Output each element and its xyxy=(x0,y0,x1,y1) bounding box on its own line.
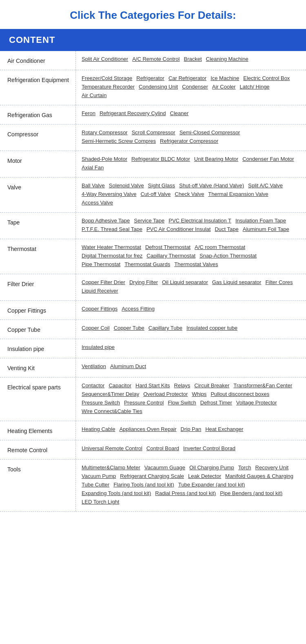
item-link-refrigeration-gas-0[interactable]: Feron xyxy=(82,110,95,116)
item-link-refrigeration-equipment-3[interactable]: Ice Machine xyxy=(211,75,239,81)
item-link-filter-drier-4[interactable]: Filter Cores xyxy=(265,279,293,285)
item-link-thermostat-3[interactable]: Digital Thermostat for frez xyxy=(82,253,142,259)
item-link-refrigeration-equipment-9[interactable]: Latch/ Hinge xyxy=(240,84,270,90)
item-link-copper-tube-3[interactable]: Insulated copper tube xyxy=(186,325,237,331)
item-link-tape-4[interactable]: P.T.F.E. Thread Seal Tape xyxy=(82,226,142,232)
item-link-tools-7[interactable]: Leak Detector xyxy=(188,473,221,479)
item-link-electrical-spare-parts-13[interactable]: Defrost Timer xyxy=(200,400,232,406)
item-link-heating-elements-0[interactable]: Heating Cable xyxy=(82,426,115,432)
item-link-electrical-spare-parts-3[interactable]: Relays xyxy=(174,382,191,389)
item-link-copper-tube-2[interactable]: Capillary Tube xyxy=(149,325,182,331)
item-link-remote-control-2[interactable]: Inverter Control Borad xyxy=(183,445,235,451)
item-link-valve-0[interactable]: Ball Valve xyxy=(82,182,105,189)
item-link-valve-9[interactable]: Access Valve xyxy=(82,200,113,206)
item-link-tape-7[interactable]: Aluminum Foil Tape xyxy=(243,226,289,232)
item-link-refrigeration-equipment-7[interactable]: Condenser xyxy=(182,84,208,90)
item-link-tools-6[interactable]: Refrigerant Charging Scale xyxy=(120,473,184,479)
item-link-tape-2[interactable]: PVC Electrical Insulation T xyxy=(169,218,231,224)
item-link-compressor-3[interactable]: Semi-Hermetic Screw Compres xyxy=(82,138,156,144)
item-link-valve-4[interactable]: Split A/C Valve xyxy=(248,182,283,189)
item-link-refrigeration-equipment-10[interactable]: Air Curtain xyxy=(82,92,106,98)
item-link-refrigeration-equipment-1[interactable]: Refrigerator xyxy=(136,75,164,81)
item-link-tools-4[interactable]: Recovery Unit xyxy=(255,464,289,471)
item-link-filter-drier-0[interactable]: Copper Filter Drier xyxy=(82,279,125,285)
item-link-thermostat-5[interactable]: Snap-Action Thermostat xyxy=(200,253,257,259)
item-link-refrigeration-gas-1[interactable]: Refrigerant Recovery Cylind xyxy=(100,110,166,116)
item-link-electrical-spare-parts-10[interactable]: Pressure Switch xyxy=(82,400,120,406)
item-link-refrigeration-equipment-4[interactable]: Electric Control Box xyxy=(243,75,290,81)
item-link-tools-1[interactable]: Vacaumm Guage xyxy=(144,464,185,471)
item-link-tools-3[interactable]: Torch xyxy=(238,464,251,471)
item-link-filter-drier-1[interactable]: Drying Filter xyxy=(129,279,158,285)
item-link-filter-drier-3[interactable]: Gas Liquid separator xyxy=(212,279,262,285)
item-link-compressor-0[interactable]: Rotary Compressor xyxy=(82,129,128,135)
item-link-thermostat-7[interactable]: Thermostat Guards xyxy=(124,261,170,267)
item-link-electrical-spare-parts-0[interactable]: Contactor xyxy=(82,382,104,389)
item-link-electrical-spare-parts-1[interactable]: Capacitor xyxy=(109,382,131,389)
item-link-valve-6[interactable]: Cut-off Valve xyxy=(140,191,171,197)
item-link-electrical-spare-parts-15[interactable]: Wire Connect&Cable Ties xyxy=(82,408,142,414)
item-link-compressor-1[interactable]: Scroll Compressor xyxy=(132,129,175,135)
item-link-valve-5[interactable]: 4-Way Reversing Valve xyxy=(82,191,136,197)
item-link-tools-13[interactable]: Radial Press (and tool kit) xyxy=(155,490,216,496)
item-link-tape-6[interactable]: Duct Tape xyxy=(215,226,238,232)
item-link-tools-9[interactable]: Tube Cutter xyxy=(82,482,109,488)
item-link-electrical-spare-parts-8[interactable]: Whips xyxy=(192,391,206,397)
item-link-air-conditioner-0[interactable]: Split Air Conditioner xyxy=(82,56,128,62)
item-link-compressor-4[interactable]: Refrigerator Compressor xyxy=(160,138,218,144)
item-link-tools-12[interactable]: Expanding Tools (and tool kit) xyxy=(82,490,151,496)
item-link-electrical-spare-parts-9[interactable]: Pullout disconnect boxes xyxy=(211,391,269,397)
item-link-tools-15[interactable]: LED Torch Light xyxy=(82,499,119,505)
item-link-air-conditioner-1[interactable]: A/C Remote Control xyxy=(132,56,180,62)
item-link-valve-3[interactable]: Shut-off Valve (Hand Valve) xyxy=(179,182,244,189)
item-link-tools-8[interactable]: Manifold Gauges & Charging xyxy=(225,473,293,479)
item-link-electrical-spare-parts-11[interactable]: Pressure Control xyxy=(124,400,164,406)
item-link-air-conditioner-3[interactable]: Cleaning Machine xyxy=(206,56,248,62)
item-link-tools-0[interactable]: Multimeter&Clamp Meter xyxy=(82,464,140,471)
item-link-electrical-spare-parts-6[interactable]: Sequencer&Timer Delay xyxy=(82,391,139,397)
item-link-valve-7[interactable]: Check Valve xyxy=(175,191,204,197)
item-link-filter-drier-5[interactable]: Liquid Receiver xyxy=(82,288,118,294)
item-link-motor-4[interactable]: Axial Fan xyxy=(82,164,104,171)
item-link-remote-control-1[interactable]: Control Board xyxy=(146,445,179,451)
item-link-copper-tube-1[interactable]: Copper Tube xyxy=(114,325,144,331)
item-link-thermostat-6[interactable]: Pipe Thermostat xyxy=(82,261,120,267)
item-link-tape-0[interactable]: Bopp Adhesive Tape xyxy=(82,218,130,224)
item-link-tools-2[interactable]: Oil Charging Pump xyxy=(189,464,234,471)
item-link-electrical-spare-parts-2[interactable]: Hard Start Kits xyxy=(135,382,170,389)
item-link-insulation-pipe-0[interactable]: Insulated pipe xyxy=(82,344,115,350)
item-link-tools-5[interactable]: Vacuum Pump xyxy=(82,473,116,479)
item-link-refrigeration-equipment-0[interactable]: Freezer/Cold Storage xyxy=(82,75,132,81)
item-link-heating-elements-3[interactable]: Heat Exchanger xyxy=(205,426,243,432)
item-link-valve-8[interactable]: Thermal Expansion Valve xyxy=(208,191,268,197)
item-link-venting-kit-0[interactable]: Ventilation xyxy=(82,363,106,369)
item-link-motor-2[interactable]: Unit Bearing Motor xyxy=(194,156,238,162)
item-link-refrigeration-equipment-6[interactable]: Condensing Unit xyxy=(139,84,178,90)
item-link-tools-11[interactable]: Tube Expander (and tool kit) xyxy=(178,482,245,488)
item-link-thermostat-4[interactable]: Capillary Thermostat xyxy=(146,253,195,259)
item-link-motor-0[interactable]: Shaded-Pole Motor xyxy=(82,156,127,162)
item-link-electrical-spare-parts-14[interactable]: Voltage Protector xyxy=(236,400,277,406)
item-link-valve-2[interactable]: Sight Glass xyxy=(148,182,175,189)
item-link-heating-elements-2[interactable]: Drip Pan xyxy=(181,426,202,432)
item-link-motor-1[interactable]: Refrigerator BLDC Motor xyxy=(131,156,190,162)
item-link-thermostat-1[interactable]: Defrost Thermostat xyxy=(145,244,191,250)
item-link-thermostat-0[interactable]: Water Heater Thermostat xyxy=(82,244,141,250)
item-link-tools-14[interactable]: Pipe Benders (and tool kit) xyxy=(220,490,282,496)
item-link-valve-1[interactable]: Solenoid Valve xyxy=(109,182,144,189)
item-link-copper-tube-0[interactable]: Copper Coil xyxy=(82,325,110,331)
item-link-electrical-spare-parts-7[interactable]: Overload Protector xyxy=(143,391,188,397)
item-link-refrigeration-equipment-8[interactable]: Air Cooler xyxy=(212,84,236,90)
item-link-filter-drier-2[interactable]: Oil Liquid separator xyxy=(162,279,208,285)
item-link-refrigeration-gas-2[interactable]: Cleaner xyxy=(170,110,189,116)
item-link-copper-fittings-1[interactable]: Access Fitting xyxy=(122,306,155,312)
item-link-tools-10[interactable]: Flaring Tools (and tool kit) xyxy=(113,482,174,488)
item-link-compressor-2[interactable]: Semi-Closed Compressor xyxy=(180,129,240,135)
item-link-thermostat-8[interactable]: Thermostat Valves xyxy=(174,261,218,267)
item-link-refrigeration-equipment-2[interactable]: Car Refrigerator xyxy=(169,75,206,81)
item-link-remote-control-0[interactable]: Universal Remote Control xyxy=(82,445,142,451)
item-link-heating-elements-1[interactable]: Appliances Oven Repair xyxy=(119,426,176,432)
item-link-venting-kit-1[interactable]: Aluminum Duct xyxy=(110,363,146,369)
item-link-air-conditioner-2[interactable]: Bracket xyxy=(184,56,202,62)
item-link-electrical-spare-parts-4[interactable]: Circuit Breaker xyxy=(194,382,229,389)
